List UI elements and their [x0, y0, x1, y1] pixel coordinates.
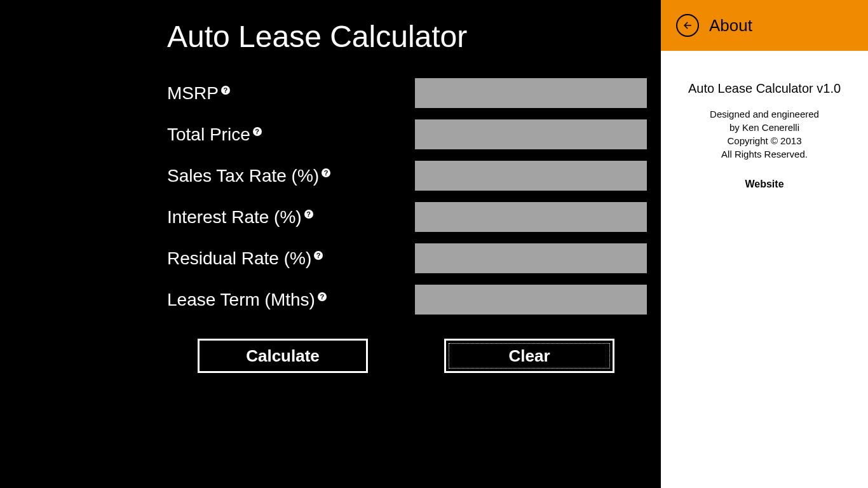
- label-residual-rate: Residual Rate (%): [167, 248, 311, 269]
- label-msrp: MSRP: [167, 83, 219, 104]
- form-rows: MSRP ? Total Price ? Sales Tax Rate (%) …: [167, 78, 661, 373]
- row-interest-rate: Interest Rate (%) ?: [167, 202, 661, 232]
- help-icon[interactable]: ?: [322, 168, 330, 177]
- about-body: Auto Lease Calculator v1.0 Designed and …: [661, 51, 868, 190]
- row-msrp: MSRP ?: [167, 78, 661, 108]
- label-wrap-residual-rate: Residual Rate (%) ?: [167, 248, 415, 269]
- arrow-left-icon: [682, 20, 693, 31]
- input-interest-rate[interactable]: [415, 202, 647, 232]
- help-icon[interactable]: ?: [304, 210, 313, 219]
- about-line-4: All Rights Reserved.: [661, 147, 868, 161]
- page-title: Auto Lease Calculator: [167, 19, 661, 54]
- label-wrap-lease-term: Lease Term (Mths) ?: [167, 290, 415, 310]
- help-icon[interactable]: ?: [221, 86, 230, 95]
- input-sales-tax[interactable]: [415, 161, 647, 191]
- row-lease-term: Lease Term (Mths) ?: [167, 285, 661, 315]
- about-panel: About Auto Lease Calculator v1.0 Designe…: [661, 0, 868, 488]
- about-line-1: Designed and engineered: [661, 107, 868, 121]
- label-wrap-total-price: Total Price ?: [167, 125, 415, 145]
- row-sales-tax: Sales Tax Rate (%) ?: [167, 161, 661, 191]
- main-content: Auto Lease Calculator MSRP ? Total Price…: [0, 0, 661, 488]
- label-total-price: Total Price: [167, 125, 250, 145]
- back-button[interactable]: [676, 14, 699, 37]
- about-line-2: by Ken Cenerelli: [661, 121, 868, 134]
- button-row: Calculate Clear: [167, 339, 661, 373]
- calculate-button[interactable]: Calculate: [198, 339, 368, 373]
- label-wrap-sales-tax: Sales Tax Rate (%) ?: [167, 166, 415, 186]
- row-total-price: Total Price ?: [167, 119, 661, 149]
- about-header: About: [661, 0, 868, 51]
- row-residual-rate: Residual Rate (%) ?: [167, 243, 661, 273]
- input-msrp[interactable]: [415, 78, 647, 108]
- label-sales-tax: Sales Tax Rate (%): [167, 166, 319, 186]
- clear-button[interactable]: Clear: [444, 339, 614, 373]
- about-line-3: Copyright © 2013: [661, 134, 868, 147]
- label-interest-rate: Interest Rate (%): [167, 207, 302, 227]
- about-title: About: [709, 16, 752, 36]
- help-icon[interactable]: ?: [253, 127, 262, 136]
- input-total-price[interactable]: [415, 119, 647, 149]
- help-icon[interactable]: ?: [314, 251, 323, 260]
- input-residual-rate[interactable]: [415, 243, 647, 273]
- label-wrap-msrp: MSRP ?: [167, 83, 415, 104]
- label-lease-term: Lease Term (Mths): [167, 290, 315, 310]
- website-link[interactable]: Website: [661, 179, 868, 190]
- label-wrap-interest-rate: Interest Rate (%) ?: [167, 207, 415, 227]
- about-version: Auto Lease Calculator v1.0: [661, 81, 868, 96]
- help-icon[interactable]: ?: [318, 292, 327, 301]
- input-lease-term[interactable]: [415, 285, 647, 315]
